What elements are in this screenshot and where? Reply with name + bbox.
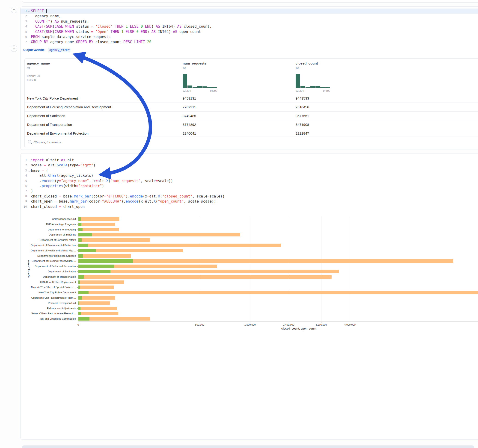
code-token [134,30,136,34]
code-line[interactable]: 4 alt.Chart(agency_tickets) [20,173,478,178]
code-token: END [145,25,151,29]
fold-chevron-icon[interactable] [28,10,30,12]
code-token: X [158,194,160,199]
search-button[interactable] [28,140,31,144]
line-number-gutter: 6 [20,183,31,188]
x-tick-label: 2,400,000 [283,323,294,326]
code-token: chart_closed [31,194,59,199]
line-number: 6 [25,183,27,188]
code-token: open_count [177,30,201,34]
open-count-bar [78,312,81,315]
code-token: alt. [145,199,154,204]
python-chart-cell: 1import altair as alt2scale = alt.Scale(… [20,153,478,440]
collapsed-cell[interactable] [22,445,474,448]
code-line[interactable]: 3 COUNT(*) AS num_requests, [20,19,478,24]
code-token: = [44,163,46,167]
table-row[interactable]: Department of Sanitation37494853677651 [25,111,478,120]
code-token: (agency_tickets) [59,174,93,178]
column-name[interactable]: closed_count [296,61,318,65]
code-token: 20 [147,40,151,44]
line-number-gutter: 5 [20,29,31,34]
code-line[interactable]: 2 agency_name, [20,14,478,19]
code-line[interactable]: 7) [20,188,478,193]
code-token: (color [87,199,100,204]
code-token: = [91,25,93,29]
code-token: * [48,19,50,24]
code-line[interactable]: 10chart_closed + chart_open [20,204,478,209]
column-name[interactable]: num_requests [183,61,206,65]
code-line[interactable]: 3base = ( [20,168,478,173]
code-token: base. [57,199,70,204]
code-line[interactable]: 1import altair as alt [20,158,478,163]
table-row-count: 20 rows, 4 columns [34,141,61,144]
code-line[interactable]: 7GROUP BY agency_name ORDER BY closed_co… [20,39,478,44]
code-line[interactable]: 6 .properties(width="container") [20,183,478,188]
code-token [63,30,65,34]
y-axis-tick [77,240,78,240]
code-line[interactable]: 8chart_closed = base.mark_bar(color="#FF… [20,194,478,199]
code-token: LIMIT [134,40,145,44]
table-row[interactable]: Department of Environmental Protection22… [25,129,478,137]
code-token [128,25,130,29]
code-token: chart_open [31,199,55,204]
code-line[interactable]: 6FROM sample_data.nyc.service_requests [20,34,478,39]
code-token [93,30,95,34]
y-axis-tick [77,245,78,245]
column-histogram [296,73,330,88]
code-line[interactable]: 5 .encode(y="agency_name", x=alt.X("num_… [20,178,478,183]
code-text: GROUP BY agency_name ORDER BY closed_cou… [31,39,478,44]
code-token: sample_data.nyc.service_requests [39,35,110,39]
histogram-max-label: 9.4e6 [323,89,330,92]
table-row[interactable]: New York City Police Department945313194… [25,94,478,103]
sql-code-editor[interactable]: 1SELECT 2 agency_name,3 COUNT(*) AS num_… [20,7,478,45]
code-token: AS [177,25,182,29]
output-variable-label: Output variable: [23,48,45,52]
code-token: X [154,199,156,204]
code-token: ) [50,19,55,24]
histogram-max-label: 9.5e6 [210,89,217,92]
table-row[interactable]: Department of Housing Preservation and D… [25,103,478,111]
histogram-bar [320,87,325,88]
code-token: status [74,25,91,29]
code-line[interactable]: 5 CAST(SUM(CASE WHEN status = 'Open' THE… [20,29,478,34]
closed-count-bar [78,259,453,263]
open-count-bar [78,238,82,242]
code-line[interactable]: 4 CAST(SUM(CASE WHEN status = 'Closed' T… [20,24,478,29]
add-cell-button[interactable]: + [11,7,17,13]
code-token: (color [91,194,104,199]
line-number: 7 [25,39,27,44]
code-token: Scale [57,163,68,167]
code-token: FROM [31,35,39,39]
code-token: ( [108,179,110,183]
code-token: ) [31,189,33,193]
code-line[interactable]: 2scale = alt.Scale(type="sqrt") [20,163,478,168]
line-number-gutter: 3 [20,168,31,173]
table-row[interactable]: Department of Transportation377489234719… [25,120,478,129]
table-cell: 3774892 [183,120,252,129]
text-cursor [46,9,47,13]
code-token: (y [55,179,59,183]
code-token: GROUP BY [31,40,48,44]
code-line[interactable]: 9chart_open = base.mark_bar(color="#8BC3… [20,199,478,204]
closed-count-bar [78,301,110,305]
code-token: ( [44,30,46,34]
code-token: import [31,158,44,162]
add-cell-button[interactable]: + [11,45,17,52]
sql-cell: 1SELECT 2 agency_name,3 COUNT(*) AS num_… [20,6,478,150]
y-axis-label: HRA Benefit Card Replacement [20,281,76,283]
histogram-range-labels: 53,3049.5e6 [183,89,217,92]
code-line[interactable]: 1SELECT [20,8,478,14]
fold-chevron-icon[interactable] [28,169,30,172]
code-text: SELECT [31,8,478,14]
histogram-bar [212,87,217,88]
closed-count-bar [78,228,119,231]
output-variable-pill[interactable]: agency_tickets [48,48,70,52]
code-token: chart_open [61,205,85,209]
table-body: New York City Police Department945313194… [25,94,478,137]
code-token: ELSE [130,25,138,29]
column-name[interactable]: agency_name [27,61,50,65]
y-axis-label: Department for the Aging [20,228,76,231]
line-number-gutter: 7 [20,188,31,193]
code-token: = [59,179,61,183]
python-code-editor[interactable]: 1import altair as alt2scale = alt.Scale(… [20,154,478,209]
